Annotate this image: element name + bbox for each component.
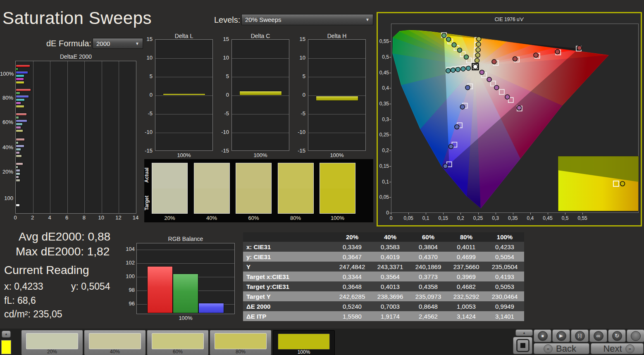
current-cdm2-value: cd/m²: 235,05 [4,309,62,320]
table-cell: 0,4011 [447,242,485,252]
next-button[interactable]: Next» [591,343,644,354]
table-cell: 242,6285 [333,291,371,301]
cie-measured-marker [452,43,456,47]
deltae-bar-60%-4 [16,126,21,129]
tick-mark [389,166,391,167]
cie-y-tick-label: 0,5 [378,54,389,60]
cie-measured-marker [466,66,471,71]
measurement-table: 20%40%60%80%100%x: CIE310,33490,35830,38… [243,232,524,321]
table-row: ΔE ITP1,55801,91742,45623,14243,1401 [243,311,524,321]
deltae-bar-20%-5 [16,179,20,182]
current-y-value: y: 0,5054 [71,281,110,292]
patch-button-80%[interactable]: 80% [210,330,271,355]
tick-mark [389,119,391,120]
rgb-bar-1 [173,274,198,313]
grid-line [232,58,289,59]
back-button[interactable]: «Back [534,343,589,354]
delta-y-tick-label: 15 [140,36,153,42]
levels-value: 20% Sweeps [245,16,281,23]
tick-mark [426,213,426,214]
delta-bar [239,91,282,95]
scroll-up-button[interactable]: ▲ [2,331,11,338]
table-row: Y247,4842243,3371240,1869237,5660235,050… [243,262,524,272]
cie-y-tick-label: 0,15 [378,163,389,169]
grid-line [232,77,289,77]
tick-mark [389,88,391,88]
levels-dropdown[interactable]: 20% Sweeps ▼ [241,14,373,25]
patch-button-60%[interactable]: 60% [147,330,208,355]
patch-button-40%[interactable]: 40% [84,330,145,355]
loop-infinite-icon: ∞ [594,331,603,341]
grid-line [102,61,102,213]
delta-y-tick-label: -5 [293,110,305,117]
stop-square [520,343,525,348]
delta-chart-2 [308,39,366,151]
tick-mark [389,197,391,198]
levels-label: Levels: [214,15,240,25]
table-row: Target Y242,6285238,3696235,0973232,5292… [243,291,524,301]
table-cell: 232,5292 [447,291,485,301]
grid-line [137,263,234,264]
stop-button[interactable]: ■ [534,329,551,342]
cie-measured-marker [494,85,499,90]
stop-large-button[interactable] [513,337,532,354]
cie-measured-marker [477,37,481,41]
deltae-y-tick-label: 60% [0,119,13,125]
table-cell: 3,1401 [485,311,524,321]
table-cell: 1,5580 [333,311,371,321]
play-button[interactable]: ▶ [552,329,570,342]
target-label: Target [144,194,150,210]
blank-button[interactable] [627,329,644,342]
table-cell: 0,4358 [409,281,447,291]
cie-measured-marker [446,69,451,73]
patch-button-20%[interactable]: 20% [21,330,83,355]
cie-y-tick-label: 0,45 [378,70,389,76]
swatch-20% [152,163,188,214]
range-button[interactable]: [-] [571,329,589,342]
swatch-target [320,188,355,214]
tick-mark [565,213,565,214]
delta-y-tick-label: 10 [140,55,153,61]
panel-up-button[interactable]: ▲ [515,329,533,336]
patch-button-100%[interactable]: 100% [273,330,335,355]
cie-x-tick-label: 0,15 [439,215,448,221]
range-icon: [-] [575,331,585,341]
table-row: Target x:CIE310,33440,35640,37730,39690,… [243,272,524,281]
loop-infinite-button[interactable]: ∞ [589,329,607,342]
delta-y-tick-label: 15 [293,36,305,42]
table-header-cell [243,232,333,242]
delta-y-tick-label: -5 [140,110,153,117]
deltae-bar-80%-5 [16,105,24,108]
grid-line [84,61,85,213]
deltae-bar-20%-2 [16,169,20,172]
rgb-bar-0 [147,266,173,314]
bottom-patch-bar: ▲20%40%60%80%100%▲■▶[-]∞↻«BackNext» [0,329,644,355]
de-formula-dropdown[interactable]: 2000 ▼ [93,38,143,49]
grid-line [308,58,365,59]
deltae-y-tick-label: 20% [0,169,13,175]
deltae-bar-40%-5 [16,155,22,157]
cie-y-tick-label: 0,1 [378,179,389,185]
cie-y-tick-label: 0,3 [378,117,389,122]
cie-x-tick-label: 0,25 [473,215,483,221]
current-fl-value: fL: 68,6 [4,295,36,306]
table-row: y: CIE310,36470,40190,43700,46990,5054 [243,252,524,262]
table-cell: 0,5054 [485,252,524,262]
rgb-y-tick-label: 96 [122,300,135,307]
cie-x-tick-label: 0,3 [492,215,499,221]
calibration-app-window: Saturation Sweeps dE Formula: 2000 ▼ Lev… [0,0,644,355]
patch-label: 40% [84,349,145,355]
grid-line [119,61,119,213]
max-de2000-stat: Max dE2000: 1,82 [16,245,110,258]
grid-line [155,133,212,133]
deltae-bar-80%-3 [16,98,25,101]
cie-x-tick-label: 0,5 [562,215,569,221]
refresh-button[interactable]: ↻ [608,329,626,342]
cie-x-tick-label: 0,35 [508,215,518,221]
cie-measured-marker [443,164,448,169]
back-label: Back [556,343,576,354]
cie-measured-marker [461,67,465,71]
delta-chart-1 [231,39,289,151]
table-header-cell: 20% [333,232,371,242]
cie-x-tick-label: 0,55 [577,215,587,221]
